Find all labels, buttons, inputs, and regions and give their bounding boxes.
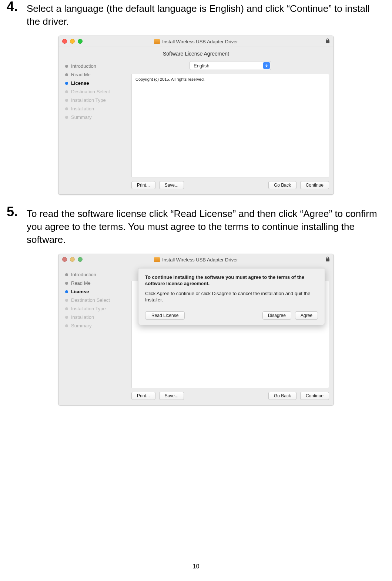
step-bullet-icon xyxy=(65,90,68,93)
sidebar-item-label: Read Me xyxy=(71,280,91,286)
sidebar-item-label: Destination Select xyxy=(71,297,110,303)
minimize-icon[interactable] xyxy=(70,39,75,44)
titlebar: Install Wireless USB Adapter Driver xyxy=(58,36,334,47)
window-title: Install Wireless USB Adapter Driver xyxy=(162,39,238,44)
sidebar-item-license: License xyxy=(65,79,126,87)
sidebar-item-installation-type: Installation Type xyxy=(65,304,126,313)
step-bullet-icon xyxy=(65,73,68,76)
print-button[interactable]: Print... xyxy=(131,392,155,400)
sidebar-item-installation: Installation xyxy=(65,104,126,113)
step-5-text: To read the software license click “Read… xyxy=(27,205,385,246)
window-title: Install Wireless USB Adapter Driver xyxy=(162,257,238,263)
sidebar-item-label: Destination Select xyxy=(71,89,110,94)
save-button[interactable]: Save... xyxy=(159,392,184,400)
chevron-up-down-icon xyxy=(263,62,270,69)
step-bullet-icon xyxy=(65,99,68,102)
sidebar-item-destination-select: Destination Select xyxy=(65,87,126,96)
step-5-number: 5. xyxy=(7,205,23,218)
sidebar-item-summary: Summary xyxy=(65,113,126,121)
zoom-icon[interactable] xyxy=(78,257,83,262)
sidebar-item-installation: Installation xyxy=(65,313,126,321)
installer-window-1: Install Wireless USB Adapter Driver Soft… xyxy=(58,36,334,195)
license-text-area[interactable]: Copyright (c) 2015. All rights reserved. xyxy=(131,74,329,177)
agree-button[interactable]: Agree xyxy=(295,311,318,320)
sidebar-item-read-me: Read Me xyxy=(65,279,126,287)
license-text: Copyright (c) 2015. All rights reserved. xyxy=(135,77,205,81)
package-icon xyxy=(154,257,160,262)
step-bullet-icon xyxy=(65,316,68,319)
close-icon[interactable] xyxy=(62,257,67,262)
subtitle: Software License Agreement xyxy=(58,47,334,60)
sheet-heading: To continue installing the software you … xyxy=(145,274,318,287)
continue-button[interactable]: Continue xyxy=(300,392,329,400)
sheet-explain: Click Agree to continue or click Disagre… xyxy=(145,291,318,303)
sidebar-item-destination-select: Destination Select xyxy=(65,296,126,304)
sidebar-item-license: License xyxy=(65,287,126,296)
read-license-button[interactable]: Read License xyxy=(145,311,185,320)
sidebar-item-installation-type: Installation Type xyxy=(65,96,126,104)
continue-button[interactable]: Continue xyxy=(300,181,329,189)
sidebar-item-label: Installation Type xyxy=(71,97,106,103)
step-4-text: Select a language (the default language … xyxy=(27,0,385,28)
sidebar-item-label: License xyxy=(71,289,89,294)
sidebar-item-label: Installation xyxy=(71,106,94,111)
agree-sheet: To continue installing the software you … xyxy=(138,268,325,325)
sidebar-item-label: Introduction xyxy=(71,63,96,69)
step-bullet-icon xyxy=(65,116,68,119)
sidebar-item-label: Summary xyxy=(71,323,92,328)
sidebar-item-read-me: Read Me xyxy=(65,70,126,79)
step-5: 5. To read the software license click “R… xyxy=(7,205,385,405)
minimize-icon[interactable] xyxy=(70,257,75,262)
step-bullet-icon xyxy=(65,290,68,293)
step-4: 4. Select a language (the default langua… xyxy=(7,0,385,195)
disagree-button[interactable]: Disagree xyxy=(262,311,291,320)
go-back-button[interactable]: Go Back xyxy=(268,392,296,400)
sidebar-item-label: Installation Type xyxy=(71,306,106,311)
zoom-icon[interactable] xyxy=(78,39,83,44)
page-number: 10 xyxy=(0,563,392,570)
step-bullet-icon xyxy=(65,107,68,110)
print-button[interactable]: Print... xyxy=(131,181,155,189)
package-icon xyxy=(154,39,160,44)
traffic-lights xyxy=(62,39,83,44)
sidebar-item-summary: Summary xyxy=(65,321,126,330)
lock-icon[interactable] xyxy=(325,256,330,263)
step-4-number: 4. xyxy=(7,0,23,13)
close-icon[interactable] xyxy=(62,39,67,44)
step-bullet-icon xyxy=(65,65,68,68)
sidebar-item-label: Read Me xyxy=(71,72,91,77)
sidebar-item-label: Summary xyxy=(71,114,92,120)
titlebar: Install Wireless USB Adapter Driver xyxy=(58,254,334,265)
step-sidebar: Introduction Read Me License Destination… xyxy=(65,60,126,189)
traffic-lights xyxy=(62,257,83,262)
installer-window-2: Install Wireless USB Adapter Driver Intr… xyxy=(58,254,334,405)
step-bullet-icon xyxy=(65,273,68,276)
sidebar-item-introduction: Introduction xyxy=(65,270,126,279)
sidebar-item-label: Introduction xyxy=(71,272,96,277)
go-back-button[interactable]: Go Back xyxy=(268,181,296,189)
sidebar-item-label: License xyxy=(71,80,89,86)
step-bullet-icon xyxy=(65,307,68,310)
step-bullet-icon xyxy=(65,282,68,285)
step-bullet-icon xyxy=(65,82,68,85)
lock-icon[interactable] xyxy=(325,38,330,45)
language-select[interactable]: English xyxy=(190,61,271,70)
step-bullet-icon xyxy=(65,324,68,327)
save-button[interactable]: Save... xyxy=(159,181,184,189)
step-bullet-icon xyxy=(65,299,68,302)
step-sidebar: Introduction Read Me License Destination… xyxy=(65,268,126,400)
sidebar-item-introduction: Introduction xyxy=(65,62,126,70)
language-select-value: English xyxy=(194,63,210,69)
sidebar-item-label: Installation xyxy=(71,314,94,320)
